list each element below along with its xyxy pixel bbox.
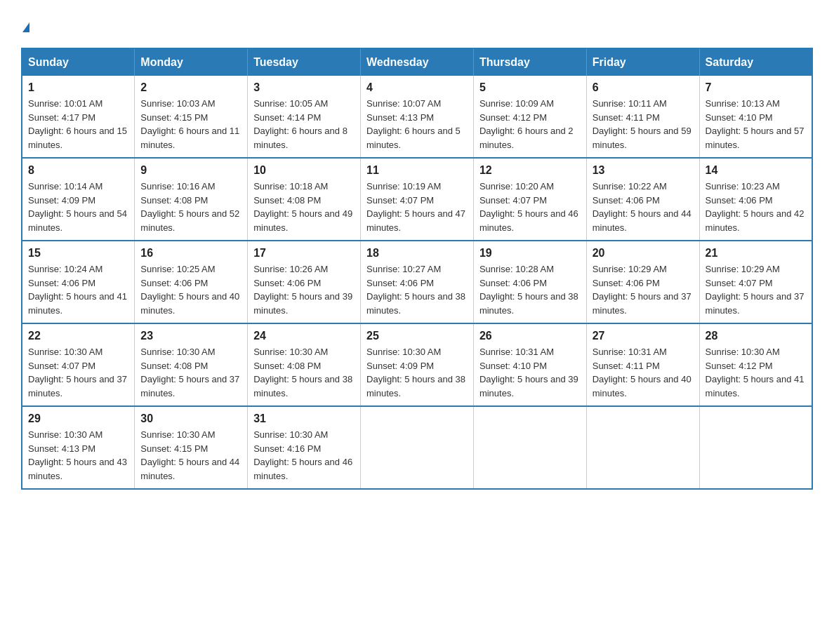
day-info: Sunrise: 10:27 AMSunset: 4:06 PMDaylight…: [366, 262, 468, 317]
calendar-body: 1Sunrise: 10:01 AMSunset: 4:17 PMDayligh…: [22, 76, 812, 489]
day-number: 31: [253, 412, 355, 425]
day-number: 23: [140, 330, 241, 342]
calendar-day-cell: 31Sunrise: 10:30 AMSunset: 4:16 PMDaylig…: [248, 406, 361, 489]
calendar-day-cell: 24Sunrise: 10:30 AMSunset: 4:08 PMDaylig…: [248, 323, 361, 406]
day-info: Sunrise: 10:30 AMSunset: 4:13 PMDaylight…: [28, 428, 128, 483]
day-info: Sunrise: 10:03 AMSunset: 4:15 PMDaylight…: [140, 97, 241, 152]
day-info: Sunrise: 10:01 AMSunset: 4:17 PMDaylight…: [28, 97, 128, 152]
day-number: 4: [366, 81, 468, 94]
day-number: 14: [706, 164, 806, 177]
day-info: Sunrise: 10:30 AMSunset: 4:08 PMDaylight…: [140, 345, 241, 400]
day-number: 18: [366, 247, 468, 260]
weekday-header-sunday: Sunday: [22, 48, 135, 76]
calendar-week-row: 22Sunrise: 10:30 AMSunset: 4:07 PMDaylig…: [22, 323, 812, 406]
calendar-day-cell: 6Sunrise: 10:11 AMSunset: 4:11 PMDayligh…: [586, 76, 699, 158]
day-number: 19: [479, 247, 581, 260]
calendar-day-cell: 27Sunrise: 10:31 AMSunset: 4:11 PMDaylig…: [586, 323, 699, 406]
calendar-day-cell: 5Sunrise: 10:09 AMSunset: 4:12 PMDayligh…: [473, 76, 586, 158]
weekday-header-saturday: Saturday: [699, 48, 812, 76]
calendar-day-cell: 10Sunrise: 10:18 AMSunset: 4:08 PMDaylig…: [248, 158, 361, 241]
day-info: Sunrise: 10:20 AMSunset: 4:07 PMDaylight…: [479, 180, 581, 234]
day-info: Sunrise: 10:31 AMSunset: 4:11 PMDaylight…: [593, 345, 694, 400]
calendar-day-cell: 4Sunrise: 10:07 AMSunset: 4:13 PMDayligh…: [361, 76, 474, 158]
weekday-header-friday: Friday: [586, 48, 699, 76]
calendar-day-cell: 22Sunrise: 10:30 AMSunset: 4:07 PMDaylig…: [22, 323, 135, 406]
calendar-day-cell: 12Sunrise: 10:20 AMSunset: 4:07 PMDaylig…: [473, 158, 586, 241]
day-number: 13: [593, 164, 694, 177]
day-number: 9: [140, 164, 241, 177]
page-header: [21, 14, 813, 34]
calendar-day-cell: 25Sunrise: 10:30 AMSunset: 4:09 PMDaylig…: [361, 323, 474, 406]
calendar-header: SundayMondayTuesdayWednesdayThursdayFrid…: [22, 48, 812, 76]
calendar-day-cell: 29Sunrise: 10:30 AMSunset: 4:13 PMDaylig…: [22, 406, 135, 489]
day-number: 16: [140, 247, 241, 260]
day-info: Sunrise: 10:29 AMSunset: 4:06 PMDaylight…: [593, 262, 694, 317]
day-info: Sunrise: 10:23 AMSunset: 4:06 PMDaylight…: [706, 180, 806, 234]
logo-triangle-icon: [22, 22, 29, 32]
calendar-day-cell: 15Sunrise: 10:24 AMSunset: 4:06 PMDaylig…: [22, 241, 135, 323]
day-info: Sunrise: 10:22 AMSunset: 4:06 PMDaylight…: [593, 180, 694, 234]
day-info: Sunrise: 10:31 AMSunset: 4:10 PMDaylight…: [479, 345, 581, 400]
day-number: 3: [253, 81, 355, 94]
weekday-header-wednesday: Wednesday: [361, 48, 474, 76]
day-info: Sunrise: 10:16 AMSunset: 4:08 PMDaylight…: [140, 180, 241, 234]
day-info: Sunrise: 10:30 AMSunset: 4:12 PMDaylight…: [706, 345, 806, 400]
day-info: Sunrise: 10:14 AMSunset: 4:09 PMDaylight…: [28, 180, 128, 234]
day-number: 6: [593, 81, 694, 94]
day-info: Sunrise: 10:24 AMSunset: 4:06 PMDaylight…: [28, 262, 128, 317]
day-info: Sunrise: 10:29 AMSunset: 4:07 PMDaylight…: [706, 262, 806, 317]
calendar-day-cell: 28Sunrise: 10:30 AMSunset: 4:12 PMDaylig…: [699, 323, 812, 406]
calendar-week-row: 29Sunrise: 10:30 AMSunset: 4:13 PMDaylig…: [22, 406, 812, 489]
calendar-day-cell: [361, 406, 474, 489]
day-number: 15: [28, 247, 128, 260]
calendar-day-cell: 21Sunrise: 10:29 AMSunset: 4:07 PMDaylig…: [699, 241, 812, 323]
calendar-day-cell: 11Sunrise: 10:19 AMSunset: 4:07 PMDaylig…: [361, 158, 474, 241]
day-info: Sunrise: 10:30 AMSunset: 4:08 PMDaylight…: [253, 345, 355, 400]
calendar-day-cell: 16Sunrise: 10:25 AMSunset: 4:06 PMDaylig…: [135, 241, 248, 323]
logo: [21, 14, 29, 34]
calendar-day-cell: [699, 406, 812, 489]
calendar-day-cell: 1Sunrise: 10:01 AMSunset: 4:17 PMDayligh…: [22, 76, 135, 158]
day-info: Sunrise: 10:07 AMSunset: 4:13 PMDaylight…: [366, 97, 468, 152]
day-number: 27: [593, 330, 694, 342]
day-info: Sunrise: 10:11 AMSunset: 4:11 PMDaylight…: [593, 97, 694, 152]
calendar-week-row: 8Sunrise: 10:14 AMSunset: 4:09 PMDayligh…: [22, 158, 812, 241]
day-info: Sunrise: 10:09 AMSunset: 4:12 PMDaylight…: [479, 97, 581, 152]
day-number: 2: [140, 81, 241, 94]
weekday-header-monday: Monday: [135, 48, 248, 76]
day-number: 22: [28, 330, 128, 342]
day-number: 17: [253, 247, 355, 260]
day-info: Sunrise: 10:26 AMSunset: 4:06 PMDaylight…: [253, 262, 355, 317]
calendar-day-cell: 19Sunrise: 10:28 AMSunset: 4:06 PMDaylig…: [473, 241, 586, 323]
day-info: Sunrise: 10:30 AMSunset: 4:16 PMDaylight…: [253, 428, 355, 483]
day-number: 26: [479, 330, 581, 342]
day-number: 20: [593, 247, 694, 260]
day-number: 30: [140, 412, 241, 425]
day-number: 1: [28, 81, 128, 94]
day-number: 12: [479, 164, 581, 177]
day-number: 8: [28, 164, 128, 177]
calendar-table: SundayMondayTuesdayWednesdayThursdayFrid…: [21, 48, 813, 490]
weekday-header-row: SundayMondayTuesdayWednesdayThursdayFrid…: [22, 48, 812, 76]
weekday-header-thursday: Thursday: [473, 48, 586, 76]
calendar-day-cell: 26Sunrise: 10:31 AMSunset: 4:10 PMDaylig…: [473, 323, 586, 406]
calendar-day-cell: 8Sunrise: 10:14 AMSunset: 4:09 PMDayligh…: [22, 158, 135, 241]
calendar-day-cell: 23Sunrise: 10:30 AMSunset: 4:08 PMDaylig…: [135, 323, 248, 406]
day-number: 28: [706, 330, 806, 342]
calendar-week-row: 1Sunrise: 10:01 AMSunset: 4:17 PMDayligh…: [22, 76, 812, 158]
day-number: 11: [366, 164, 468, 177]
day-info: Sunrise: 10:30 AMSunset: 4:07 PMDaylight…: [28, 345, 128, 400]
calendar-week-row: 15Sunrise: 10:24 AMSunset: 4:06 PMDaylig…: [22, 241, 812, 323]
calendar-day-cell: 3Sunrise: 10:05 AMSunset: 4:14 PMDayligh…: [248, 76, 361, 158]
calendar-day-cell: 20Sunrise: 10:29 AMSunset: 4:06 PMDaylig…: [586, 241, 699, 323]
calendar-day-cell: 13Sunrise: 10:22 AMSunset: 4:06 PMDaylig…: [586, 158, 699, 241]
calendar-day-cell: 18Sunrise: 10:27 AMSunset: 4:06 PMDaylig…: [361, 241, 474, 323]
calendar-day-cell: 9Sunrise: 10:16 AMSunset: 4:08 PMDayligh…: [135, 158, 248, 241]
day-number: 29: [28, 412, 128, 425]
day-info: Sunrise: 10:05 AMSunset: 4:14 PMDaylight…: [253, 97, 355, 152]
day-number: 25: [366, 330, 468, 342]
calendar-day-cell: 17Sunrise: 10:26 AMSunset: 4:06 PMDaylig…: [248, 241, 361, 323]
day-number: 24: [253, 330, 355, 342]
calendar-day-cell: 14Sunrise: 10:23 AMSunset: 4:06 PMDaylig…: [699, 158, 812, 241]
weekday-header-tuesday: Tuesday: [248, 48, 361, 76]
